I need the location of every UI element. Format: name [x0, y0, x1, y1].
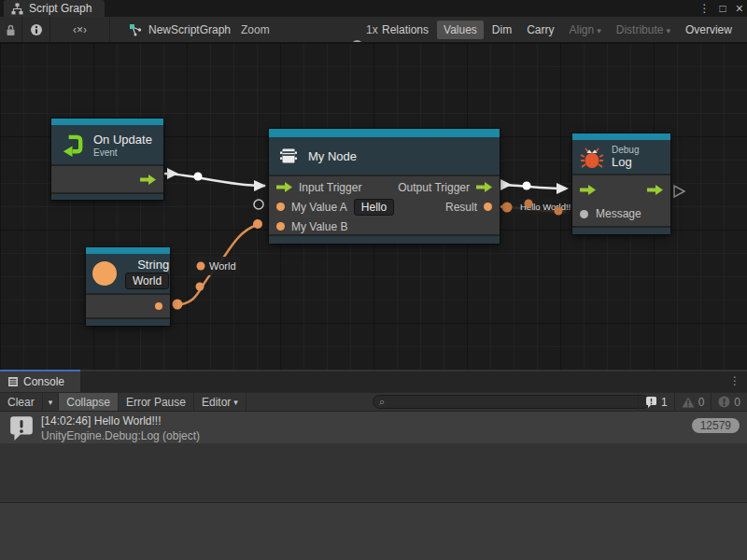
graph-hierarchy-icon	[11, 3, 23, 15]
trigger-in-port-icon[interactable]	[276, 182, 292, 192]
console-detail-pane	[0, 503, 747, 560]
wire-arrow-icon	[254, 180, 266, 191]
string-out-port[interactable]	[155, 302, 162, 310]
info-count: 1	[661, 396, 668, 409]
value-in-port[interactable]	[276, 222, 285, 231]
custom-node-icon	[277, 145, 300, 167]
node-on-update[interactable]: On Update Event	[51, 119, 163, 200]
empty-port-triangle[interactable]	[674, 186, 684, 197]
message-in-port[interactable]	[580, 210, 588, 218]
value-bubble-text: Hello World!!!	[520, 202, 573, 212]
log-entry[interactable]: [14:02:46] Hello World!!! UnityEngine.De…	[0, 412, 747, 443]
port-label: My Value A	[291, 201, 347, 214]
value-bubble-hello-world: Hello World!!!	[509, 199, 573, 215]
wire-mynode-to-debug[interactable]	[496, 185, 566, 189]
search-icon: ⌕	[379, 397, 385, 407]
window-menu-icon[interactable]: ⋮	[699, 2, 711, 15]
tab-title: Console	[23, 375, 64, 388]
clear-dropdown-button[interactable]: ▾	[43, 393, 60, 411]
node-string[interactable]: String World	[86, 247, 170, 326]
distribute-button[interactable]: Distribute▾	[610, 21, 677, 39]
wire-arrow-icon	[557, 183, 569, 194]
log-collapse-count: 12579	[692, 418, 740, 433]
carry-button[interactable]: Carry	[520, 21, 560, 39]
port-label: My Value B	[291, 220, 347, 233]
log-stacktrace: UnityEngine.Debug:Log (object)	[41, 429, 200, 442]
wire-onupdate-to-mynode[interactable]	[164, 174, 265, 186]
error-count-toggle[interactable]: 0	[711, 392, 747, 412]
node-footer	[51, 192, 163, 200]
node-my-node[interactable]: My Node Input Trigger Output Trigger	[269, 129, 500, 244]
graph-toolbar: ‹×› NewScriptGraph Zoom 1x Relations Val…	[0, 17, 747, 43]
node-title: My Node	[308, 149, 357, 163]
fullscreen-button[interactable]: Full S	[740, 21, 747, 39]
close-icon[interactable]: ×	[736, 1, 743, 16]
collapse-button[interactable]: Collapse	[59, 393, 119, 411]
node-title: Log	[612, 155, 639, 169]
error-pause-button[interactable]: Error Pause	[119, 393, 194, 411]
chevron-down-icon: ▾	[597, 26, 601, 35]
wire-flow-dot	[502, 203, 513, 213]
wire-arrow-icon	[500, 179, 512, 190]
wire-flow-dot	[525, 200, 533, 208]
relations-button[interactable]: Relations	[375, 21, 435, 39]
value-in-port[interactable]	[276, 203, 285, 211]
window-tab-bar: Script Graph ⋮ □ ×	[0, 0, 747, 17]
my-value-a-field[interactable]: Hello	[354, 199, 394, 216]
node-footer	[86, 317, 170, 326]
graph-canvas[interactable]: World Hello World!!! On Update Event	[0, 43, 747, 370]
edit-code-button[interactable]: ‹×›	[50, 17, 110, 43]
wire-result-to-message[interactable]	[492, 206, 566, 212]
wire-flow-dot	[196, 283, 204, 291]
wire-flow-dot	[253, 219, 262, 229]
node-accent-bar	[86, 247, 170, 254]
wire-flow-dot	[194, 173, 203, 181]
clear-button[interactable]: Clear	[0, 393, 43, 411]
tab-script-graph[interactable]: Script Graph	[4, 0, 105, 17]
node-debug-log[interactable]: Debug Log Message	[572, 133, 670, 234]
info-count-toggle[interactable]: 1	[638, 392, 674, 412]
warning-icon	[682, 397, 695, 408]
console-tab-bar: Console ⋮	[0, 371, 747, 392]
info-bubble-icon	[645, 396, 657, 408]
wire-flow-dot	[555, 207, 563, 216]
editor-dropdown-button[interactable]: Editor▾	[194, 393, 247, 411]
node-accent-bar	[51, 119, 163, 125]
chevron-down-icon: ▾	[666, 26, 670, 35]
breadcrumb-label: NewScriptGraph	[148, 23, 231, 36]
info-button[interactable]	[22, 17, 50, 43]
trigger-in-port-icon[interactable]	[580, 185, 596, 195]
code-icon: ‹×›	[73, 23, 87, 36]
maximize-icon[interactable]: □	[720, 2, 726, 15]
trigger-out-port-icon[interactable]	[647, 185, 663, 195]
console-search[interactable]: ⌕	[373, 395, 650, 409]
lock-button[interactable]	[0, 17, 22, 43]
console-menu-icon[interactable]: ⋮	[729, 374, 740, 387]
warning-count-toggle[interactable]: 0	[674, 392, 712, 412]
node-title: String	[125, 258, 169, 272]
string-value-field[interactable]: World	[125, 273, 169, 289]
wire-string-to-myvalueb[interactable]	[176, 225, 257, 305]
warning-count: 0	[698, 396, 705, 409]
breadcrumb[interactable]: NewScriptGraph	[129, 17, 231, 43]
tab-console[interactable]: Console	[0, 371, 80, 392]
overview-button[interactable]: Overview	[679, 21, 739, 39]
port-label: Result	[445, 201, 477, 214]
result-out-port[interactable]	[484, 203, 492, 211]
node-subtitle: Event	[93, 147, 152, 158]
trigger-out-port-icon[interactable]	[476, 182, 492, 192]
string-type-icon	[92, 261, 117, 286]
port-label: Output Trigger	[398, 181, 470, 194]
info-icon	[30, 23, 43, 36]
dim-button[interactable]: Dim	[486, 21, 518, 39]
align-button[interactable]: Align▾	[563, 21, 608, 39]
port-label: Message	[596, 207, 641, 220]
wire-flow-dot	[523, 182, 531, 190]
values-button[interactable]: Values	[437, 21, 484, 39]
console-list-icon	[7, 376, 19, 387]
node-footer	[269, 234, 500, 244]
trigger-out-port-icon[interactable]	[140, 175, 156, 185]
empty-port-circle[interactable]	[254, 200, 263, 209]
search-input[interactable]	[388, 396, 643, 408]
value-bubble-text: World	[209, 260, 236, 272]
